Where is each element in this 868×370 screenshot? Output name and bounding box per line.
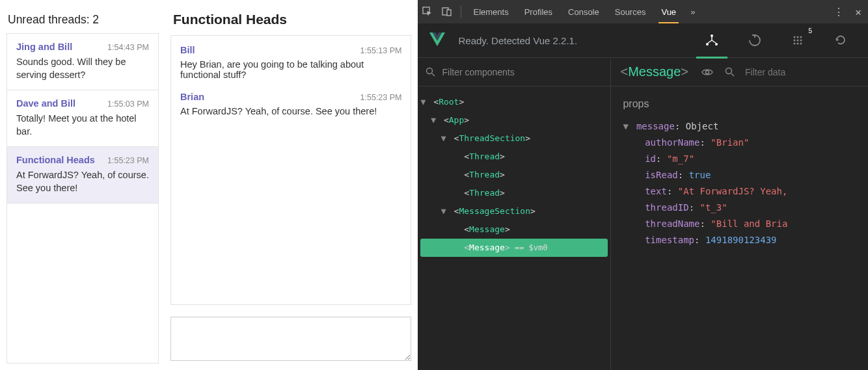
devtools-close-icon[interactable]: ✕ <box>848 0 868 23</box>
svg-point-3 <box>711 34 713 37</box>
prop-entry[interactable]: threadID: "t_3" <box>623 200 856 216</box>
svg-line-16 <box>432 73 435 76</box>
thread-time: 1:54:43 PM <box>107 43 149 52</box>
tree-node-message[interactable]: <Message> == $vm0 <box>420 239 608 257</box>
thread-snippet: At ForwardJS? Yeah, of course. See you t… <box>16 169 149 194</box>
svg-point-7 <box>797 36 799 38</box>
message-author: Bill <box>180 45 195 55</box>
compose-area <box>170 317 411 363</box>
prop-entry[interactable]: text: "At ForwardJS? Yeah, <box>623 183 856 200</box>
svg-point-12 <box>794 43 796 45</box>
message-text: Hey Brian, are you going to be talking a… <box>180 59 401 80</box>
component-filter-bar <box>418 58 610 86</box>
devtools-tab-elements[interactable]: Elements <box>465 0 516 23</box>
refresh-tab-icon[interactable] <box>825 23 856 58</box>
component-tree-pane: ▼ <Root> ▼ <App> ▼ <ThreadSection> <Thre… <box>418 58 611 370</box>
tree-node-message[interactable]: <Message> <box>420 220 608 239</box>
vue-status-text: Ready. Detected Vue 2.2.1. <box>458 35 577 46</box>
tree-node-thread[interactable]: <Thread> <box>420 148 608 166</box>
svg-point-15 <box>427 68 433 74</box>
message-text: At ForwardJS? Yeah, of course. See you t… <box>180 106 401 116</box>
devtools-tab-bar: ElementsProfilesConsoleSourcesVue » ⋮ ✕ <box>418 0 868 23</box>
vue-logo-icon <box>429 33 445 48</box>
thread-name: Dave and Bill <box>16 98 75 109</box>
prop-entry[interactable]: authorName: "Brian" <box>623 135 856 151</box>
selected-component-crumb: <Message> <box>620 64 688 79</box>
tree-node-threadsection[interactable]: ▼ <ThreadSection> <box>420 129 608 148</box>
devtools-tab-vue[interactable]: Vue <box>653 0 684 23</box>
inspector-header: <Message> <box>611 58 868 86</box>
prop-root[interactable]: ▼ message: Object <box>623 118 856 135</box>
prop-entry[interactable]: timestamp: 1491890123439 <box>623 232 856 248</box>
message-time: 1:55:23 PM <box>360 93 402 102</box>
devtools-tab-console[interactable]: Console <box>560 0 607 23</box>
chat-app: Unread threads: 2 Jing and Bill1:54:43 P… <box>0 0 418 370</box>
svg-rect-2 <box>447 10 451 16</box>
svg-point-11 <box>800 40 802 42</box>
tree-node-thread[interactable]: <Thread> <box>420 166 608 184</box>
thread-time: 1:55:23 PM <box>107 156 149 165</box>
message-list: Bill1:55:13 PMHey Brian, are you going t… <box>170 35 411 305</box>
tree-node-root[interactable]: ▼ <Root> <box>420 93 608 111</box>
tree-node-thread[interactable]: <Thread> <box>420 184 608 202</box>
thread-snippet: Totally! Meet you at the hotel bar. <box>16 112 149 138</box>
tree-node-app[interactable]: ▼ <App> <box>420 111 608 129</box>
thread-name: Jing and Bill <box>16 42 72 52</box>
events-badge: 5 <box>808 27 812 34</box>
unread-counter: Unread threads: 2 <box>8 13 159 27</box>
devtools-tab-sources[interactable]: Sources <box>607 0 654 23</box>
thread-time: 1:55:03 PM <box>107 99 149 109</box>
thread-list: Jing and Bill1:54:43 PMSounds good. Will… <box>7 33 159 363</box>
devtools-menu-icon[interactable]: ⋮ <box>829 0 848 23</box>
prop-entry[interactable]: threadName: "Bill and Bria <box>623 216 856 232</box>
message-author: Brian <box>180 92 204 102</box>
thread-item[interactable]: Jing and Bill1:54:43 PMSounds good. Will… <box>7 34 158 90</box>
vue-devtools-header: Ready. Detected Vue 2.2.1. 5 <box>418 23 868 58</box>
events-tab-icon[interactable]: 5 <box>782 23 813 58</box>
component-inspector-pane: <Message> props ▼ message: Object author… <box>611 58 868 370</box>
message-section: Functional Heads Bill1:55:13 PMHey Brian… <box>170 7 411 363</box>
svg-point-17 <box>706 70 709 73</box>
thread-item[interactable]: Dave and Bill1:55:03 PMTotally! Meet you… <box>7 90 158 147</box>
prop-entry[interactable]: id: "m_7" <box>623 151 856 167</box>
message-item: Brian1:55:23 PMAt ForwardJS? Yeah, of co… <box>180 92 401 116</box>
tree-node-messagesection[interactable]: ▼ <MessageSection> <box>420 202 608 220</box>
props-panel: props ▼ message: Object authorName: "Bri… <box>611 86 868 258</box>
svg-point-14 <box>800 43 802 45</box>
props-section-header: props <box>623 96 856 112</box>
svg-line-19 <box>731 73 734 76</box>
devtools-tab-profiles[interactable]: Profiles <box>517 0 560 23</box>
inspect-element-icon[interactable] <box>418 0 437 23</box>
devtools-panel: ElementsProfilesConsoleSourcesVue » ⋮ ✕ … <box>418 0 868 370</box>
svg-point-18 <box>726 68 732 74</box>
data-filter-input[interactable] <box>745 67 859 77</box>
search-icon <box>725 67 735 77</box>
svg-point-6 <box>794 36 796 38</box>
thread-sidebar: Unread threads: 2 Jing and Bill1:54:43 P… <box>7 7 159 363</box>
components-tab-icon[interactable] <box>696 23 727 58</box>
thread-title: Functional Heads <box>173 12 411 27</box>
svg-point-9 <box>794 40 796 42</box>
component-filter-input[interactable] <box>442 67 603 77</box>
scroll-to-component-icon[interactable] <box>701 66 713 78</box>
thread-item[interactable]: Functional Heads1:55:23 PMAt ForwardJS? … <box>7 147 158 204</box>
tabs-overflow-icon[interactable]: » <box>684 7 702 17</box>
search-icon <box>426 67 435 77</box>
thread-snippet: Sounds good. Will they be serving desser… <box>16 56 149 81</box>
device-toggle-icon[interactable] <box>437 0 457 23</box>
prop-entry[interactable]: isRead: true <box>623 167 856 183</box>
message-item: Bill1:55:13 PMHey Brian, are you going t… <box>180 45 401 80</box>
svg-point-10 <box>797 40 799 42</box>
message-time: 1:55:13 PM <box>360 46 402 55</box>
svg-point-8 <box>800 36 802 38</box>
svg-point-13 <box>797 43 799 45</box>
thread-name: Functional Heads <box>16 155 95 165</box>
compose-input[interactable] <box>170 317 411 361</box>
component-tree: ▼ <Root> ▼ <App> ▼ <ThreadSection> <Thre… <box>418 86 610 263</box>
vuex-tab-icon[interactable] <box>739 23 770 58</box>
